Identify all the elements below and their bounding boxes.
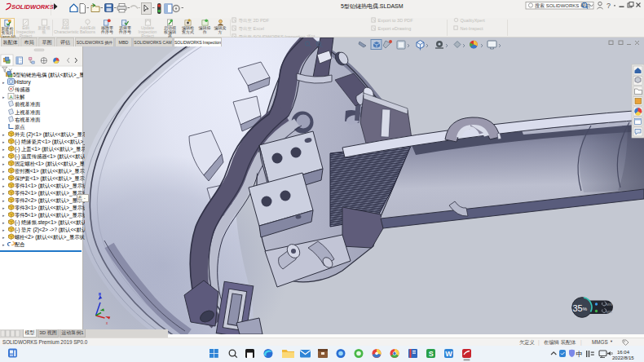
svg-text:中: 中 bbox=[576, 350, 584, 358]
svg-text:MIN: MIN bbox=[607, 310, 612, 314]
svg-text:SOLIDWORKS: SOLIDWORKS bbox=[11, 3, 54, 11]
svg-text:MIN: MIN bbox=[607, 302, 612, 307]
svg-text:W: W bbox=[445, 350, 452, 358]
svg-text:2022/8/15: 2022/8/15 bbox=[612, 355, 634, 360]
svg-text:16:04: 16:04 bbox=[617, 350, 630, 355]
svg-text:A: A bbox=[9, 95, 12, 99]
svg-text:?: ? bbox=[607, 2, 611, 10]
svg-text:S: S bbox=[429, 350, 434, 358]
